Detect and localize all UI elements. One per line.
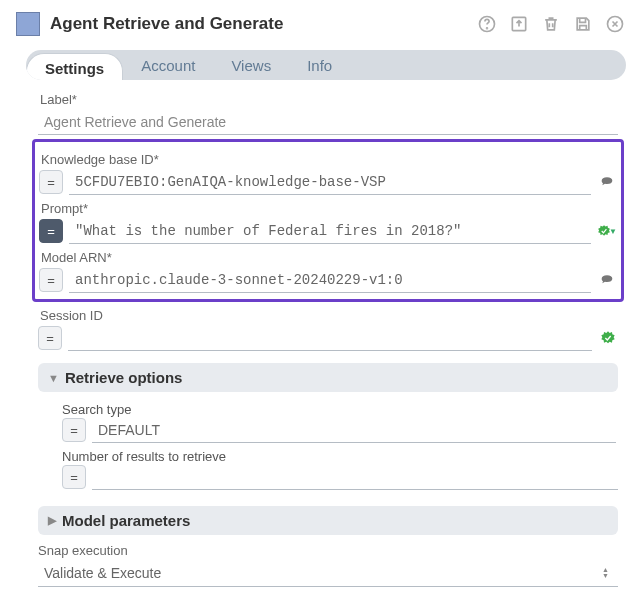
model-params-title: Model parameters (62, 512, 190, 529)
retrieve-options-title: Retrieve options (65, 369, 183, 386)
tabs: Settings Account Views Info (26, 50, 626, 80)
kb-suggest-icon[interactable] (597, 174, 617, 190)
kb-label: Knowledge base ID* (39, 152, 617, 167)
tab-account[interactable]: Account (123, 51, 213, 80)
model-params-header[interactable]: ▶ Model parameters (38, 506, 618, 535)
arn-input[interactable] (69, 267, 591, 293)
label-input[interactable] (38, 109, 618, 135)
arn-suggest-icon[interactable] (597, 272, 617, 288)
header-title: Agent Retrieve and Generate (50, 14, 466, 34)
retrieve-options-header[interactable]: ▼ Retrieve options (38, 363, 618, 392)
label-label: Label* (38, 92, 618, 107)
snap-spinner[interactable]: ▲▼ (602, 567, 614, 579)
arn-expr-button[interactable]: = (39, 268, 63, 292)
snap-execution-select[interactable] (38, 560, 602, 586)
num-results-label: Number of results to retrieve (62, 449, 618, 464)
form-area: Label* Knowledge base ID* = Prompt* = ▼ … (8, 92, 634, 587)
prompt-valid-icon[interactable]: ▼ (597, 223, 617, 239)
chevron-down-icon: ▼ (48, 372, 59, 384)
retrieve-options-body: Search type = ▲▼ Number of results to re… (38, 392, 618, 494)
help-icon[interactable] (476, 13, 498, 35)
close-icon[interactable] (604, 13, 626, 35)
delete-icon[interactable] (540, 13, 562, 35)
search-type-label: Search type (62, 402, 618, 417)
search-type-expr-button[interactable]: = (62, 418, 86, 442)
chevron-right-icon: ▶ (48, 514, 56, 527)
export-icon[interactable] (508, 13, 530, 35)
prompt-label: Prompt* (39, 201, 617, 216)
agent-icon (16, 12, 40, 36)
header: Agent Retrieve and Generate (8, 8, 634, 40)
arn-label: Model ARN* (39, 250, 617, 265)
session-valid-icon[interactable] (598, 330, 618, 346)
prompt-expr-button[interactable]: = (39, 219, 63, 243)
kb-expr-button[interactable]: = (39, 170, 63, 194)
header-actions (476, 13, 626, 35)
save-icon[interactable] (572, 13, 594, 35)
prompt-input[interactable] (69, 218, 591, 244)
session-label: Session ID (38, 308, 618, 323)
search-type-select[interactable] (92, 417, 616, 443)
num-results-input[interactable] (92, 464, 618, 490)
tab-settings[interactable]: Settings (26, 53, 123, 80)
tab-views[interactable]: Views (213, 51, 289, 80)
highlighted-fields: Knowledge base ID* = Prompt* = ▼ Model A… (32, 139, 624, 302)
kb-input[interactable] (69, 169, 591, 195)
num-results-expr-button[interactable]: = (62, 465, 86, 489)
session-input[interactable] (68, 325, 592, 351)
snap-label: Snap execution (38, 543, 618, 558)
session-expr-button[interactable]: = (38, 326, 62, 350)
tab-info[interactable]: Info (289, 51, 350, 80)
svg-point-1 (487, 28, 488, 29)
